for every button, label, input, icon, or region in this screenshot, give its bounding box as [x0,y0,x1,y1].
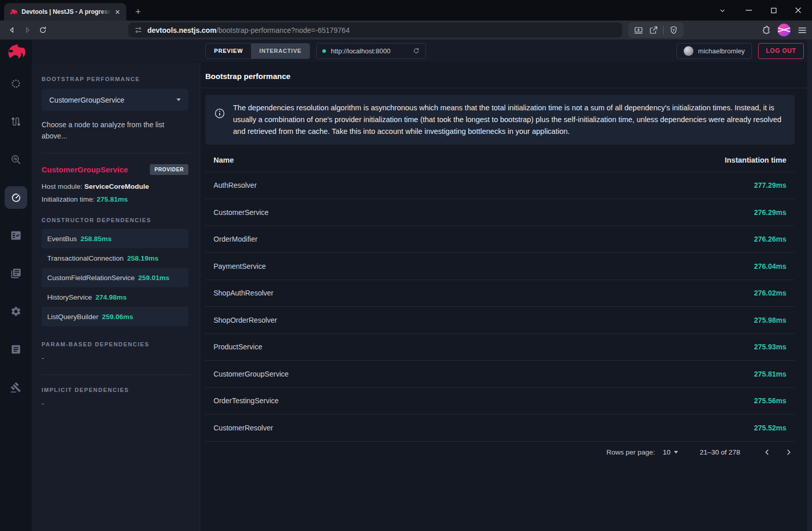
selected-node-name: CustomerGroupService [42,165,150,174]
param-deps-title: PARAM-BASED DEPENDENCIES [42,341,188,347]
browser-tab[interactable]: Devtools | NestJS - A progressive ✕ [4,3,126,21]
dependency-name: CustomFieldRelationService [47,274,134,282]
dependency-item[interactable]: CustomFieldRelationService259.01ms [42,268,188,287]
menu-icon[interactable] [798,26,807,35]
dependency-time: 258.19ms [127,254,159,262]
preview-tab[interactable]: PREVIEW [206,44,251,58]
table-row[interactable]: CustomerResolver275.52ms [205,415,795,442]
init-time-value: 275.81ms [96,195,128,203]
row-name: OrderTestingService [214,397,279,405]
implicit-deps-value: - [42,400,188,408]
forward-button[interactable] [20,23,35,38]
scrollbar-track[interactable] [807,40,812,531]
provider-badge: PROVIDER [150,164,188,175]
logout-button[interactable]: LOG OUT [758,43,804,59]
panel-section-title: BOOTSTRAP PERFORMANCE [42,76,188,82]
row-name: CustomerResolver [214,424,273,432]
table-row[interactable]: OrderTestingService275.56ms [205,388,795,415]
table-row[interactable]: ProductService275.93ms [205,334,795,361]
dependency-name: EventBus [47,235,77,243]
browser-profile-avatar[interactable] [778,24,790,36]
omnibox-actions [628,22,684,38]
extensions-icon[interactable] [761,25,770,35]
param-deps-value: - [42,354,188,362]
table-row[interactable]: AuthResolver277.29ms [205,172,795,200]
audit-checklist-icon[interactable] [5,224,27,247]
dependency-time: 258.85ms [81,235,112,243]
dependency-name: TransactionalConnection [47,254,124,262]
dependency-time: 259.01ms [138,274,169,282]
icon-sidebar [0,40,32,531]
chevron-down-icon [674,451,678,454]
table-row[interactable]: CustomerGroupService275.81ms [205,361,795,388]
prev-page-button[interactable] [761,446,773,459]
tab-search-icon[interactable] [710,0,734,21]
browser-tab-strip: Devtools | NestJS - A progressive ✕ + [0,0,812,21]
back-button[interactable] [4,23,20,38]
nestjs-logo [6,41,26,62]
row-name: PaymentService [214,262,266,270]
browser-window: Devtools | NestJS - A progressive ✕ + [0,0,812,531]
new-tab-button[interactable]: + [131,5,145,18]
route-icon[interactable] [5,110,27,133]
dependency-time: 274.98ms [95,293,127,301]
table-row[interactable]: ShopOrderResolver275.98ms [205,307,795,334]
status-dot [322,49,326,53]
dependency-item[interactable]: TransactionalConnection258.19ms [42,248,188,268]
user-avatar [684,46,693,56]
node-select-value: CustomerGroupService [49,96,177,104]
performance-gauge-icon[interactable] [5,186,27,209]
dependency-item[interactable]: EventBus258.85ms [42,229,188,248]
col-name: Name [214,156,234,164]
modules-library-icon[interactable] [5,262,27,285]
row-instantiation-time: 277.29ms [754,181,786,189]
row-instantiation-time: 276.04ms [754,262,786,270]
table-row[interactable]: CustomerService276.29ms [205,199,795,226]
dependency-item[interactable]: HistoryService274.98ms [42,287,188,307]
row-name: ShopAuthResolver [214,289,274,297]
info-banner: The dependencies resolution algorithm is… [205,95,795,145]
row-instantiation-time: 276.02ms [754,289,786,297]
node-select[interactable]: CustomerGroupService [42,89,188,111]
next-page-button[interactable] [782,446,795,459]
table-row[interactable]: OrderModifier276.26ms [205,226,795,253]
site-settings-icon[interactable] [134,26,142,34]
docs-article-icon[interactable] [5,338,27,361]
row-instantiation-time: 275.52ms [754,424,786,432]
tab-title: Devtools | NestJS - A progressive [22,8,111,15]
rows-per-page-select[interactable]: 10 [663,448,678,456]
host-module-row: Host module: ServiceCoreModule [42,183,188,190]
user-chip[interactable]: michaelbromley [676,43,752,59]
dependency-name: ListQueryBuilder [47,313,99,321]
interactive-tab[interactable]: INTERACTIVE [251,44,310,58]
address-bar[interactable]: devtools.nestjs.com/bootstrap-performanc… [128,23,622,37]
row-name: CustomerService [214,208,268,217]
init-time-row: Initialization time: 275.81ms [42,195,188,203]
minimize-button[interactable] [737,0,761,21]
divider [42,375,190,375]
table-row[interactable]: PaymentService276.04ms [205,253,795,280]
browser-toolbar: devtools.nestjs.com/bootstrap-performanc… [0,21,812,40]
reload-button[interactable] [35,23,50,38]
bootstrap-panel: BOOTSTRAP PERFORMANCE CustomerGroupServi… [32,63,200,531]
share-icon[interactable] [649,26,658,35]
target-url: http://localhost:8000 [331,47,408,55]
brave-shields-icon[interactable] [669,26,678,34]
tab-close-icon[interactable]: ✕ [113,7,122,16]
table-row[interactable]: ShopAuthResolver276.02ms [205,280,795,307]
target-url-box[interactable]: http://localhost:8000 [316,43,426,59]
search-insights-icon[interactable] [5,148,27,171]
refresh-icon[interactable] [413,47,420,54]
row-instantiation-time: 275.56ms [754,397,786,405]
row-name: CustomerGroupService [214,370,288,378]
close-window-button[interactable] [786,0,810,21]
row-instantiation-time: 276.26ms [754,235,786,243]
send-to-device-icon[interactable] [634,26,643,35]
dependency-item[interactable]: ListQueryBuilder259.06ms [42,307,188,326]
row-instantiation-time: 275.81ms [754,370,786,378]
settings-gear-icon[interactable] [5,300,27,323]
col-instantiation-time: Instantiation time [725,156,786,164]
graph-icon[interactable] [5,72,27,95]
maximize-button[interactable] [762,0,785,21]
gavel-icon[interactable] [5,376,27,399]
